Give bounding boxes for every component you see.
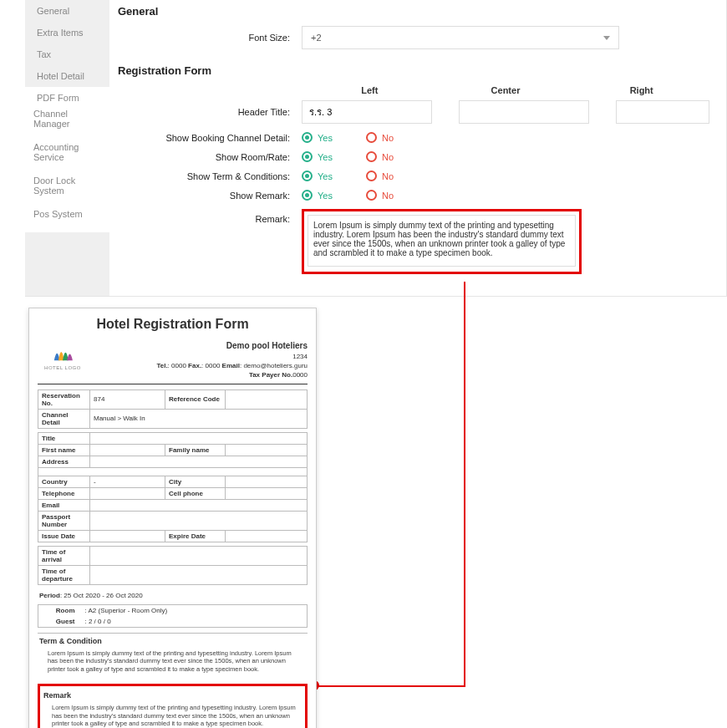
logo-icon [48,340,77,364]
chan-value: Manual > Walk In [90,409,308,428]
sidebar-item-accounting[interactable]: Accounting Service [25,142,109,176]
chan-label: Channel Detail [38,409,90,428]
room-value: : A2 (Superior - Room Only) [80,604,308,616]
sidebar-item-pos[interactable]: Pos System [25,209,109,232]
sidebar-item-doorlock[interactable]: Door Lock System [25,176,109,209]
sidebar-item-extraitems[interactable]: Extra Items [25,22,109,43]
refcode-label: Reference Code [165,389,226,409]
fname-label: First name [38,444,90,456]
hotel-logo: HOTEL LOGO [38,340,88,370]
pdf-preview: Hotel Registration Form HOTEL LOGO Demo … [28,308,317,728]
logo-caption: HOTEL LOGO [38,365,88,370]
title-label: Title [38,432,90,444]
period-label: Period [39,592,60,599]
room-label: Room [38,604,80,616]
regform-heading: Registration Form [118,64,709,77]
sidebar: General Extra Items Tax Hotel Detail PDF… [25,0,109,296]
showterm-no[interactable]: No [366,171,394,181]
hotel-info: Demo pool Hoteliers 1234 Tel.: 0000 Fax.… [156,340,308,380]
period-value: : 25 Oct 2020 - 26 Oct 2020 [60,592,143,599]
headertitle-label: Header Title: [118,107,302,117]
passport-label: Passport Number [38,511,90,530]
fontsize-value: +2 [311,33,322,43]
fontsize-select[interactable]: +2 [302,26,619,49]
remark-label: Remark: [118,209,302,224]
showroom-no[interactable]: No [366,151,394,162]
cell-label: Cell phone [165,487,226,499]
issue-label: Issue Date [38,530,90,542]
reservation-table: Reservation No.874Reference Code Channel… [38,389,308,429]
radio-no-icon [366,132,377,143]
showbooking-yes[interactable]: Yes [302,132,333,143]
guest-value: : 2 / 0 / 0 [80,616,308,628]
showroom-label: Show Room/Rate: [118,152,302,162]
sidebar-item-tax[interactable]: Tax [25,43,109,65]
guest-label: Guest [38,616,80,628]
radio-no-icon [366,151,377,162]
headertitle-center-input[interactable] [459,100,589,124]
resno-label: Reservation No. [38,389,90,409]
country-label: Country [38,476,90,487]
radio-yes-icon [302,151,313,162]
refcode-value [226,389,308,409]
term-title: Term & Condition [39,637,308,645]
fontsize-label: Font Size: [118,33,302,43]
showbooking-no[interactable]: No [366,132,394,143]
expire-label: Expire Date [165,530,226,542]
showremark-no[interactable]: No [366,190,394,201]
col-right: Right [573,85,709,95]
remark-preview-highlight: Remark Lorem Ipsum is simply dummy text … [38,684,308,728]
resno-value: 874 [90,389,165,409]
showbooking-label: Show Booking Channel Detail: [118,133,302,143]
hotel-contact: Tel.: 0000 Fax.: 0000 Email: demo@hoteli… [156,361,308,370]
connector-line-v [464,282,465,685]
showterm-yes[interactable]: Yes [302,171,333,181]
addr-label: Address [38,456,90,467]
hotel-tax: Tax Payer No.0000 [156,370,308,379]
preview-title: Hotel Registration Form [38,317,308,332]
remark-highlight-box [302,209,582,274]
sidebar-item-channelmanager[interactable]: Channel Manager [25,109,109,142]
settings-panel: General Extra Items Tax Hotel Detail PDF… [25,0,727,297]
lname-label: Family name [165,444,226,456]
general-heading: General [118,5,709,18]
depart-label: Time of departure [38,565,90,584]
remark-title: Remark [43,691,303,700]
period-box: Period: 25 Oct 2020 - 26 Oct 2020 [38,588,308,603]
showroom-yes[interactable]: Yes [302,151,333,162]
guest-table: Title First nameFamily name Address Coun… [38,432,308,542]
radio-yes-icon [302,190,313,201]
sidebar-item-general[interactable]: General [25,0,109,22]
showterm-label: Show Term & Conditions: [118,171,302,181]
showremark-yes[interactable]: Yes [302,190,333,201]
connector-line-h [313,685,465,687]
email-label: Email [38,499,90,511]
term-text: Lorem Ipsum is simply dummy text of the … [38,647,308,679]
country-value: - [90,476,165,487]
sidebar-item-pdfform[interactable]: PDF Form [25,87,109,109]
headertitle-left-input[interactable] [302,100,432,124]
city-label: City [165,476,226,487]
radio-yes-icon [302,171,313,181]
arrival-label: Time of arrival [38,546,90,565]
headertitle-right-input[interactable] [616,100,709,124]
hotel-addr: 1234 [156,352,308,361]
radio-yes-icon [302,132,313,143]
tel-label: Telephone [38,487,90,499]
caret-down-icon [603,36,610,40]
remark-text: Lorem Ipsum is simply dummy text of the … [42,701,303,728]
room-table: Room: A2 (Superior - Room Only) Guest: 2… [38,604,308,628]
hotel-name: Demo pool Hoteliers [156,340,308,352]
sidebar-item-hoteldetail[interactable]: Hotel Detail [25,65,109,87]
main-content: General Font Size: +2 Registration Form … [109,0,726,296]
radio-no-icon [366,190,377,201]
showremark-label: Show Remark: [118,191,302,201]
col-center: Center [438,85,574,95]
time-table: Time of arrival Time of departure [38,546,308,585]
radio-no-icon [366,171,377,181]
remark-textarea[interactable] [308,215,576,267]
col-left: Left [302,85,438,95]
